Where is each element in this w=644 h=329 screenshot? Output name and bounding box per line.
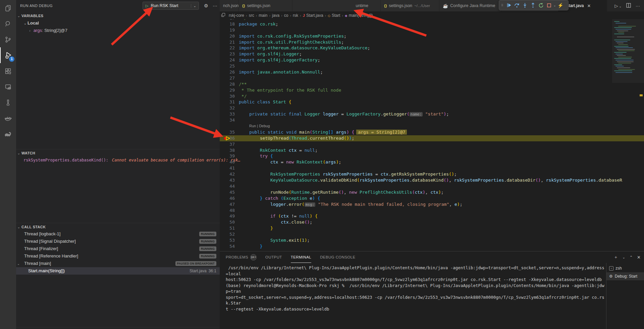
code-line-44[interactable]: 44 [220, 183, 644, 189]
watch-section-header[interactable]: ⌄WATCH [16, 149, 220, 156]
step-over-icon[interactable] [513, 1, 521, 9]
panel-tab-terminal[interactable]: TERMINAL [291, 251, 311, 263]
tab-settings.json[interactable]: {}settings.json~/.../User [381, 0, 439, 11]
code-line-41[interactable]: 41 [220, 165, 644, 171]
breakpoints-section-header[interactable]: ⌄ BREAKPOINTS [16, 327, 220, 329]
codelens-row[interactable]: Run | Debug [220, 123, 644, 129]
panel-tab-output[interactable]: OUTPUT [265, 251, 282, 263]
variables-section-header[interactable]: ⌄VARIABLES [16, 12, 220, 19]
gradle-icon[interactable] [0, 126, 16, 142]
panel-tab-problems[interactable]: PROBLEMS1K+ [226, 251, 257, 263]
step-out-icon[interactable] [529, 1, 537, 9]
code-line-43[interactable]: 43 KeyValueDataSource.validateDbKind(rsk… [220, 177, 644, 183]
search-icon[interactable] [0, 16, 16, 32]
terminal-output[interactable]: /usr/bin/env /Library/Internet\ Plug-Ins… [226, 265, 605, 327]
terminal-instance-debug-start[interactable]: ⚙Debug: Start [606, 272, 644, 280]
call-stack-frame-selected[interactable]: Start.main(String[])Start.java 36:1 [16, 267, 220, 275]
code-line-39[interactable]: 39 try { [220, 153, 644, 159]
terminal-dropdown-icon[interactable]: ⌄ [622, 255, 625, 259]
code-line-23[interactable]: 23import org.slf4j.Logger; [220, 51, 644, 57]
source-control-icon[interactable] [0, 32, 16, 47]
step-into-icon[interactable] [521, 1, 529, 9]
watch-expression[interactable]: rskSystemProperties.databaseKind(): Cann… [16, 156, 220, 164]
gear-icon[interactable]: ⚙ [204, 3, 208, 8]
code-line-54[interactable]: 54 } [220, 243, 644, 249]
run-config-dropdown[interactable]: ▷ Run RSK Start ⌄ [143, 2, 199, 10]
code-line-27[interactable]: 27 [220, 75, 644, 81]
tab-nch.json[interactable]: nch.json [220, 0, 239, 11]
continue-icon[interactable] [505, 1, 513, 9]
call-stack-thread[interactable]: ⌄Thread [main]PAUSED ON BREAKPOINT [16, 260, 220, 267]
code-line-19[interactable]: 19 [220, 27, 644, 33]
code-line-52[interactable]: 52 [220, 231, 644, 237]
code-line-21[interactable]: 21import co.rsk.util.PreflightChecksUtil… [220, 39, 644, 45]
restart-icon[interactable] [537, 1, 545, 9]
code-line-38[interactable]: 38 RskContext ctx = null; [220, 147, 644, 153]
code-line-25[interactable]: 25 [220, 63, 644, 69]
new-terminal-icon[interactable]: ＋ [613, 254, 618, 260]
docker-icon[interactable] [0, 110, 16, 126]
code-line-53[interactable]: 53 System.exit(1); [220, 237, 644, 243]
more-actions-icon[interactable]: ··· [636, 3, 640, 8]
code-line-30[interactable]: 30 */ [220, 93, 644, 99]
call-stack-thread[interactable]: Thread [Reference Handler]RUNNING [16, 252, 220, 260]
code-line-49[interactable]: 49 if (ctx != null) { [220, 213, 644, 219]
call-stack-thread[interactable]: Thread [Finalizer]RUNNING [16, 245, 220, 252]
maximize-panel-icon[interactable]: ⌃ [630, 255, 633, 260]
stop-dropdown-icon[interactable]: ⌄ [553, 4, 556, 7]
call-stack-thread[interactable]: Thread [logback-1]RUNNING [16, 230, 220, 238]
code-line-22[interactable]: 22import org.ethereum.datasource.KeyValu… [220, 45, 644, 51]
code-line-37[interactable]: 37 [220, 141, 644, 147]
breadcrumb-item[interactable]: ◇Start [328, 13, 340, 18]
variables-scope-local[interactable]: ⌄Local [16, 19, 220, 27]
tab-settings.json[interactable]: {}settings.json [239, 0, 292, 11]
panel-tab-debug-console[interactable]: DEBUG CONSOLE [320, 251, 356, 263]
close-icon[interactable]: ✕ [587, 3, 591, 8]
code-line-36[interactable]: 36 setUpThread(Thread.currentThread()); [220, 135, 644, 141]
more-actions-icon[interactable]: ··· [213, 3, 217, 8]
terminal-instance-zsh[interactable]: >zsh [606, 264, 644, 272]
drag-handle-icon[interactable]: ⠿ [500, 4, 504, 7]
breadcrumb-item[interactable]: rsk [293, 13, 298, 18]
code-line-48[interactable]: 48 [220, 207, 644, 214]
code-line-24[interactable]: 24import org.slf4j.LoggerFactory; [220, 57, 644, 63]
code-line-28[interactable]: 28/** [220, 81, 644, 87]
code-line-50[interactable]: 50 ctx.close(); [220, 219, 644, 225]
breadcrumb-item[interactable]: ◈main(String[]) [345, 13, 373, 18]
code-line-47[interactable]: 47 logger.error(msg: "The RSK node main … [220, 201, 644, 207]
breadcrumb-item[interactable]: java [272, 13, 279, 18]
breadcrumb-item[interactable]: src [249, 13, 254, 18]
breadcrumb-item[interactable]: rskj-core [229, 13, 244, 18]
hot-code-replace-icon[interactable]: ⚡ [557, 1, 564, 9]
codelens-run-debug[interactable]: Run | Debug [249, 123, 270, 129]
code-line-18[interactable]: 18package co.rsk; [220, 21, 644, 27]
code-line-33[interactable]: 33 private static final Logger logger = … [220, 111, 644, 117]
code-line-35[interactable]: 35 public static void main(String[] args… [220, 129, 644, 135]
code-line-29[interactable]: 29 * The entrypoint for the RSK full nod… [220, 87, 644, 93]
breadcrumb-item[interactable]: co [284, 13, 288, 18]
code-line-42[interactable]: 42 RskSystemProperties rskSystemProperti… [220, 171, 644, 177]
tab-untime[interactable]: untime [292, 0, 381, 11]
call-stack-thread[interactable]: Thread [Signal Dispatcher]RUNNING [16, 238, 220, 245]
minimap[interactable] [612, 19, 644, 83]
tab-Configure Java Runtime[interactable]: ☕Configure Java Runtime [439, 0, 501, 11]
close-panel-icon[interactable]: ✕ [637, 255, 641, 260]
code-line-32[interactable]: 32 [220, 105, 644, 111]
breadcrumb-item[interactable]: JStart.java [303, 13, 323, 18]
code-line-40[interactable]: 40 ctx = new RskContext(args); [220, 159, 644, 165]
code-line-31[interactable]: 31public class Start { [220, 99, 644, 105]
variable-args[interactable]: › args: String[2]@7 [16, 27, 220, 34]
code-line-51[interactable]: 51 } [220, 225, 644, 231]
testing-icon[interactable] [0, 95, 16, 110]
extensions-icon[interactable] [0, 63, 16, 79]
run-file-icon[interactable]: ▷⌄ [614, 3, 622, 8]
code-line-26[interactable]: 26import javax.annotation.Nonnull; [220, 69, 644, 75]
editor-group-icon[interactable] [221, 13, 225, 18]
remote-explorer-icon[interactable] [0, 79, 16, 95]
split-editor-icon[interactable] [626, 3, 631, 9]
explorer-icon[interactable] [0, 0, 16, 16]
run-and-debug-icon[interactable]: 1 [0, 47, 16, 63]
code-line-45[interactable]: 45 runNode(Runtime.getRuntime(), new Pre… [220, 189, 644, 195]
breadcrumb-item[interactable]: main [259, 13, 267, 18]
code-line-20[interactable]: 20import co.rsk.config.RskSystemProperti… [220, 33, 644, 39]
